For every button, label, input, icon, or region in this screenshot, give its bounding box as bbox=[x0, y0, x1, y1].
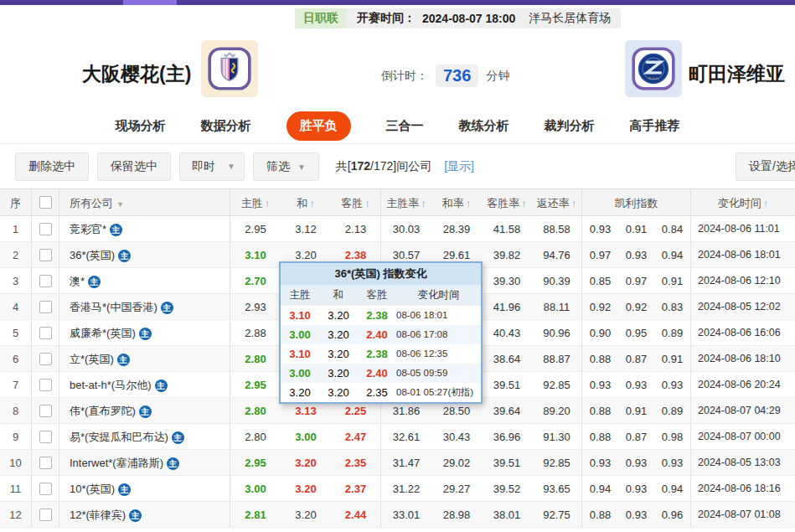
company-cell[interactable]: 伟*(直布罗陀)主 bbox=[59, 398, 230, 423]
table-row[interactable]: 1212*(菲律宾)主2.813.202.4433.0128.9838.0192… bbox=[0, 502, 795, 528]
select-all-checkbox[interactable] bbox=[39, 196, 52, 209]
row-checkbox[interactable] bbox=[39, 275, 52, 287]
company-cell[interactable]: 澳*主 bbox=[59, 268, 230, 293]
col-payout-rate[interactable]: 返还率↑ bbox=[532, 189, 582, 215]
kelly-value: 0.97 bbox=[618, 268, 654, 293]
col-draw-label: 和 bbox=[297, 197, 307, 209]
row-checkbox[interactable] bbox=[39, 353, 52, 365]
company-cell[interactable]: 香港马*(中国香港)主 bbox=[59, 294, 230, 319]
countdown-unit: 分钟 bbox=[486, 69, 509, 84]
kelly-value: 0.91 bbox=[618, 398, 654, 423]
kelly-value: 0.85 bbox=[582, 268, 618, 293]
row-number: 2 bbox=[0, 242, 32, 267]
odds-value: 2.93 bbox=[230, 294, 281, 319]
kelly-value: 0.83 bbox=[654, 294, 690, 319]
kelly-value: 0.98 bbox=[654, 424, 690, 449]
cerezo-osaka-crest-icon bbox=[206, 45, 253, 92]
col-away-win[interactable]: 客胜↑ bbox=[331, 189, 381, 215]
col-draw[interactable]: 和↑ bbox=[281, 189, 331, 215]
col-draw-rate[interactable]: 和率↑ bbox=[431, 189, 482, 215]
row-checkbox[interactable] bbox=[39, 431, 52, 443]
odds-value: 2.47 bbox=[331, 424, 381, 449]
company-cell[interactable]: 36*(英国)主 bbox=[59, 242, 230, 267]
company-count-text: 共[172/172]间公司 bbox=[336, 159, 431, 174]
row-number: 3 bbox=[0, 268, 32, 293]
company-cell[interactable]: 立*(英国)主 bbox=[59, 346, 230, 371]
tab-win-draw-lose[interactable]: 胜平负 bbox=[287, 111, 351, 141]
row-checkbox[interactable] bbox=[39, 457, 52, 469]
company-cell[interactable]: 10*(英国)主 bbox=[59, 476, 230, 501]
tab-coach-analysis[interactable]: 教练分析 bbox=[459, 118, 509, 134]
row-number: 11 bbox=[0, 476, 32, 501]
company-cell[interactable]: 易*(安提瓜和巴布达)主 bbox=[59, 424, 230, 449]
rate-value: 88.11 bbox=[532, 294, 582, 319]
row-checkbox-cell bbox=[32, 346, 59, 371]
tab-data-analysis[interactable]: 数据分析 bbox=[201, 118, 251, 134]
row-checkbox-cell bbox=[32, 476, 59, 501]
row-checkbox[interactable] bbox=[39, 327, 52, 339]
col-away-rate-label: 客胜率 bbox=[487, 197, 519, 209]
col-home-rate-label: 主胜率 bbox=[386, 197, 419, 209]
col-away-rate[interactable]: 客胜率↑ bbox=[482, 189, 532, 215]
rate-value: 92.85 bbox=[532, 372, 582, 397]
company-cell[interactable]: 12*(菲律宾)主 bbox=[59, 502, 230, 527]
kickoff-label: 开赛时间： bbox=[357, 11, 416, 26]
tab-live-analysis[interactable]: 现场分析 bbox=[116, 118, 166, 134]
company-cell[interactable]: Interwet*(塞浦路斯)主 bbox=[59, 450, 230, 475]
row-checkbox-cell bbox=[32, 398, 59, 423]
kelly-value: 0.92 bbox=[618, 294, 654, 319]
row-checkbox[interactable] bbox=[39, 509, 52, 521]
row-checkbox[interactable] bbox=[39, 249, 52, 261]
kelly-value: 0.93 bbox=[582, 216, 618, 241]
sort-up-icon: ↑ bbox=[309, 197, 315, 209]
col-change-time-label: 变化时间 bbox=[718, 197, 761, 209]
row-checkbox[interactable] bbox=[39, 405, 52, 417]
table-row[interactable]: 1竞彩官*主2.953.122.1330.0328.3941.5888.580.… bbox=[0, 216, 795, 242]
row-checkbox-cell bbox=[32, 450, 59, 475]
kelly-value: 0.95 bbox=[618, 320, 654, 345]
rate-value: 39.30 bbox=[482, 268, 532, 293]
col-home-rate[interactable]: 主胜率↑ bbox=[381, 189, 431, 215]
company-cell[interactable]: 威廉希*(英国)主 bbox=[59, 320, 230, 345]
col-company[interactable]: 所有公司▼ bbox=[59, 189, 230, 215]
kelly-cell: 0.930.930.93 bbox=[582, 450, 691, 475]
table-row[interactable]: 10Interwet*(塞浦路斯)主2.953.202.3531.4729.02… bbox=[0, 450, 795, 476]
kelly-value: 0.91 bbox=[654, 346, 690, 371]
company-name: 澳* bbox=[70, 275, 85, 287]
popup-change-time: 08-01 05:27(初指) bbox=[396, 383, 481, 402]
rate-value: 40.43 bbox=[482, 320, 532, 345]
change-time: 2024-08-06 18:01 bbox=[691, 242, 795, 267]
count-selected: 172 bbox=[351, 159, 370, 173]
tab-three-in-one[interactable]: 三合一 bbox=[386, 118, 424, 134]
row-checkbox[interactable] bbox=[39, 379, 52, 391]
col-home-win[interactable]: 主胜↑ bbox=[230, 189, 281, 215]
change-time: 2024-08-06 18:10 bbox=[691, 346, 795, 371]
team-header: 大阪樱花(主) 倒计时： 736 分钟 bbox=[0, 29, 795, 109]
instant-odds-dropdown[interactable]: 即时 ▼ bbox=[179, 152, 245, 181]
row-checkbox[interactable] bbox=[39, 483, 52, 495]
odds-value: 2.95 bbox=[230, 372, 281, 397]
settings-select-button[interactable]: 设置/选择 bbox=[736, 152, 795, 181]
row-checkbox[interactable] bbox=[39, 301, 52, 313]
keep-selected-button[interactable]: 保留选中 bbox=[97, 152, 171, 181]
tab-referee-analysis[interactable]: 裁判分析 bbox=[545, 118, 595, 134]
company-cell[interactable]: bet-at-h*(马尔他)主 bbox=[59, 372, 230, 397]
kelly-value: 0.84 bbox=[654, 216, 690, 241]
col-change-time[interactable]: 变化时间↑ bbox=[691, 189, 795, 215]
table-row[interactable]: 1110*(英国)主3.003.202.3731.2229.2739.5293.… bbox=[0, 476, 795, 502]
venue-name: 洋马长居体育场 bbox=[529, 11, 611, 26]
popup-odds-value: 3.10 bbox=[281, 306, 319, 325]
row-checkbox-cell bbox=[32, 242, 59, 267]
odds-value: 3.20 bbox=[281, 450, 331, 475]
row-checkbox[interactable] bbox=[39, 223, 52, 235]
company-cell[interactable]: 竞彩官*主 bbox=[59, 216, 230, 241]
kelly-value: 0.87 bbox=[618, 424, 654, 449]
delete-selected-button[interactable]: 删除选中 bbox=[15, 152, 89, 181]
table-row[interactable]: 9易*(安提瓜和巴布达)主2.803.002.4732.6130.4336.96… bbox=[0, 424, 795, 450]
home-marker-icon: 主 bbox=[167, 457, 179, 470]
rate-value: 93.65 bbox=[532, 476, 582, 501]
tab-expert-recommend[interactable]: 高手推荐 bbox=[630, 118, 680, 134]
rate-value: 94.76 bbox=[532, 242, 582, 267]
filter-dropdown[interactable]: 筛选 ▼ bbox=[253, 152, 319, 181]
show-link[interactable]: [显示] bbox=[444, 159, 474, 174]
